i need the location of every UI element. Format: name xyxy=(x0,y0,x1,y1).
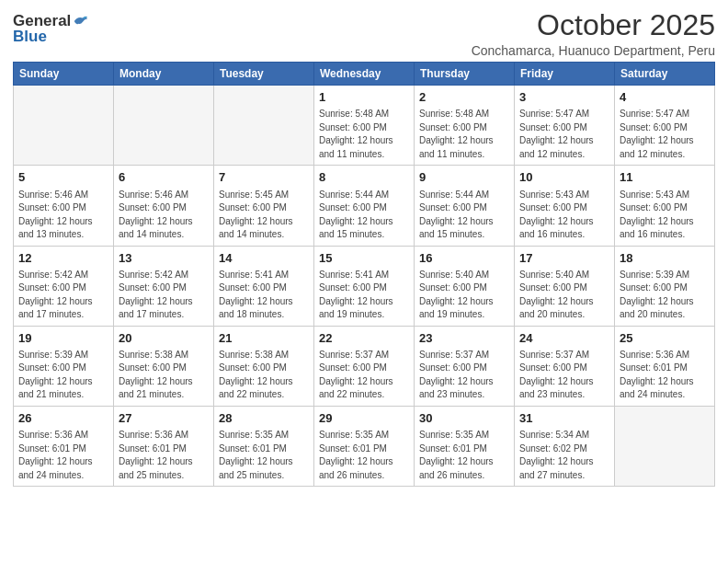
day-info: Sunrise: 5:36 AM Sunset: 6:01 PM Dayligh… xyxy=(18,429,108,482)
day-number: 11 xyxy=(620,169,710,186)
day-number: 7 xyxy=(219,169,309,186)
day-number: 16 xyxy=(419,250,509,267)
calendar-cell: 6Sunrise: 5:46 AM Sunset: 6:00 PM Daylig… xyxy=(114,166,214,246)
day-info: Sunrise: 5:37 AM Sunset: 6:00 PM Dayligh… xyxy=(419,349,509,402)
day-info: Sunrise: 5:43 AM Sunset: 6:00 PM Dayligh… xyxy=(519,189,609,242)
calendar-cell: 26Sunrise: 5:36 AM Sunset: 6:01 PM Dayli… xyxy=(14,406,114,486)
calendar-cell: 3Sunrise: 5:47 AM Sunset: 6:00 PM Daylig… xyxy=(515,86,615,166)
calendar-cell: 7Sunrise: 5:45 AM Sunset: 6:00 PM Daylig… xyxy=(214,166,314,246)
logo-bird-icon xyxy=(73,14,89,29)
col-friday: Friday xyxy=(515,63,615,86)
col-tuesday: Tuesday xyxy=(214,63,314,86)
calendar-cell: 27Sunrise: 5:36 AM Sunset: 6:01 PM Dayli… xyxy=(114,406,214,486)
logo: General Blue xyxy=(13,13,89,44)
day-number: 27 xyxy=(119,410,209,427)
day-info: Sunrise: 5:48 AM Sunset: 6:00 PM Dayligh… xyxy=(419,108,509,161)
day-number: 28 xyxy=(219,410,309,427)
calendar-cell: 5Sunrise: 5:46 AM Sunset: 6:00 PM Daylig… xyxy=(14,166,114,246)
calendar-cell: 11Sunrise: 5:43 AM Sunset: 6:00 PM Dayli… xyxy=(615,166,715,246)
calendar-cell: 8Sunrise: 5:44 AM Sunset: 6:00 PM Daylig… xyxy=(314,166,415,246)
day-number: 24 xyxy=(519,330,609,347)
day-number: 8 xyxy=(319,169,409,186)
page: General Blue October 2025 Conchamarca, H… xyxy=(0,0,728,563)
day-number: 1 xyxy=(319,89,409,106)
day-info: Sunrise: 5:40 AM Sunset: 6:00 PM Dayligh… xyxy=(519,269,609,322)
calendar-week-1: 1Sunrise: 5:48 AM Sunset: 6:00 PM Daylig… xyxy=(14,86,715,166)
day-number: 29 xyxy=(319,410,409,427)
title-section: October 2025 Conchamarca, Huanuco Depart… xyxy=(472,9,715,58)
calendar-header-row: Sunday Monday Tuesday Wednesday Thursday… xyxy=(14,63,715,86)
calendar-week-5: 26Sunrise: 5:36 AM Sunset: 6:01 PM Dayli… xyxy=(14,406,715,486)
day-info: Sunrise: 5:42 AM Sunset: 6:00 PM Dayligh… xyxy=(119,269,209,322)
day-info: Sunrise: 5:39 AM Sunset: 6:00 PM Dayligh… xyxy=(18,349,108,402)
day-info: Sunrise: 5:40 AM Sunset: 6:00 PM Dayligh… xyxy=(419,269,509,322)
logo-blue-text: Blue xyxy=(13,29,47,44)
calendar-cell xyxy=(114,86,214,166)
calendar-cell: 30Sunrise: 5:35 AM Sunset: 6:01 PM Dayli… xyxy=(415,406,515,486)
col-monday: Monday xyxy=(114,63,214,86)
day-info: Sunrise: 5:36 AM Sunset: 6:01 PM Dayligh… xyxy=(119,429,209,482)
day-number: 18 xyxy=(620,250,710,267)
day-info: Sunrise: 5:36 AM Sunset: 6:01 PM Dayligh… xyxy=(620,349,710,402)
day-number: 14 xyxy=(219,250,309,267)
calendar-cell: 13Sunrise: 5:42 AM Sunset: 6:00 PM Dayli… xyxy=(114,246,214,326)
day-number: 6 xyxy=(119,169,209,186)
day-number: 5 xyxy=(18,169,108,186)
day-number: 2 xyxy=(419,89,509,106)
day-info: Sunrise: 5:38 AM Sunset: 6:00 PM Dayligh… xyxy=(219,349,309,402)
day-info: Sunrise: 5:35 AM Sunset: 6:01 PM Dayligh… xyxy=(219,429,309,482)
day-number: 31 xyxy=(519,410,609,427)
logo-line: General xyxy=(13,13,89,29)
day-number: 22 xyxy=(319,330,409,347)
day-number: 10 xyxy=(519,169,609,186)
calendar-cell: 1Sunrise: 5:48 AM Sunset: 6:00 PM Daylig… xyxy=(314,86,415,166)
day-info: Sunrise: 5:45 AM Sunset: 6:00 PM Dayligh… xyxy=(219,189,309,242)
calendar-body: 1Sunrise: 5:48 AM Sunset: 6:00 PM Daylig… xyxy=(14,86,715,487)
day-number: 30 xyxy=(419,410,509,427)
day-info: Sunrise: 5:42 AM Sunset: 6:00 PM Dayligh… xyxy=(18,269,108,322)
calendar-cell: 23Sunrise: 5:37 AM Sunset: 6:00 PM Dayli… xyxy=(415,326,515,406)
day-number: 26 xyxy=(18,410,108,427)
header-row: General Blue October 2025 Conchamarca, H… xyxy=(13,9,715,58)
day-info: Sunrise: 5:47 AM Sunset: 6:00 PM Dayligh… xyxy=(620,108,710,161)
day-info: Sunrise: 5:46 AM Sunset: 6:00 PM Dayligh… xyxy=(18,189,108,242)
calendar-cell: 20Sunrise: 5:38 AM Sunset: 6:00 PM Dayli… xyxy=(114,326,214,406)
calendar-table: Sunday Monday Tuesday Wednesday Thursday… xyxy=(13,62,715,487)
calendar-cell xyxy=(615,406,715,486)
calendar-cell: 10Sunrise: 5:43 AM Sunset: 6:00 PM Dayli… xyxy=(515,166,615,246)
day-info: Sunrise: 5:41 AM Sunset: 6:00 PM Dayligh… xyxy=(219,269,309,322)
day-info: Sunrise: 5:44 AM Sunset: 6:00 PM Dayligh… xyxy=(319,189,409,242)
calendar-cell: 16Sunrise: 5:40 AM Sunset: 6:00 PM Dayli… xyxy=(415,246,515,326)
col-wednesday: Wednesday xyxy=(314,63,415,86)
calendar-cell: 9Sunrise: 5:44 AM Sunset: 6:00 PM Daylig… xyxy=(415,166,515,246)
day-number: 17 xyxy=(519,250,609,267)
day-number: 13 xyxy=(119,250,209,267)
calendar-cell: 18Sunrise: 5:39 AM Sunset: 6:00 PM Dayli… xyxy=(615,246,715,326)
calendar-cell: 28Sunrise: 5:35 AM Sunset: 6:01 PM Dayli… xyxy=(214,406,314,486)
month-title: October 2025 xyxy=(472,9,715,41)
day-number: 3 xyxy=(519,89,609,106)
day-info: Sunrise: 5:48 AM Sunset: 6:00 PM Dayligh… xyxy=(319,108,409,161)
day-info: Sunrise: 5:35 AM Sunset: 6:01 PM Dayligh… xyxy=(319,429,409,482)
day-number: 20 xyxy=(119,330,209,347)
calendar-week-4: 19Sunrise: 5:39 AM Sunset: 6:00 PM Dayli… xyxy=(14,326,715,406)
calendar-cell: 2Sunrise: 5:48 AM Sunset: 6:00 PM Daylig… xyxy=(415,86,515,166)
location-subtitle: Conchamarca, Huanuco Department, Peru xyxy=(472,43,715,58)
calendar-cell: 4Sunrise: 5:47 AM Sunset: 6:00 PM Daylig… xyxy=(615,86,715,166)
day-number: 9 xyxy=(419,169,509,186)
calendar-cell: 12Sunrise: 5:42 AM Sunset: 6:00 PM Dayli… xyxy=(14,246,114,326)
calendar-cell: 24Sunrise: 5:37 AM Sunset: 6:00 PM Dayli… xyxy=(515,326,615,406)
calendar-cell: 17Sunrise: 5:40 AM Sunset: 6:00 PM Dayli… xyxy=(515,246,615,326)
day-number: 4 xyxy=(620,89,710,106)
day-info: Sunrise: 5:44 AM Sunset: 6:00 PM Dayligh… xyxy=(419,189,509,242)
day-number: 21 xyxy=(219,330,309,347)
calendar-cell: 21Sunrise: 5:38 AM Sunset: 6:00 PM Dayli… xyxy=(214,326,314,406)
day-number: 25 xyxy=(620,330,710,347)
calendar-cell: 15Sunrise: 5:41 AM Sunset: 6:00 PM Dayli… xyxy=(314,246,415,326)
day-info: Sunrise: 5:43 AM Sunset: 6:00 PM Dayligh… xyxy=(620,189,710,242)
day-info: Sunrise: 5:39 AM Sunset: 6:00 PM Dayligh… xyxy=(620,269,710,322)
col-thursday: Thursday xyxy=(415,63,515,86)
day-number: 19 xyxy=(18,330,108,347)
day-info: Sunrise: 5:46 AM Sunset: 6:00 PM Dayligh… xyxy=(119,189,209,242)
day-number: 12 xyxy=(18,250,108,267)
